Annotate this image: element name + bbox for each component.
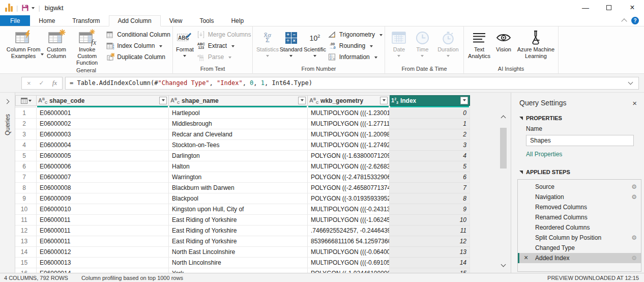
applied-step-navigation[interactable]: Navigation⚙ — [518, 192, 641, 202]
text-type-icon[interactable]: ABC — [38, 97, 47, 104]
fx-icon[interactable]: fx — [52, 79, 57, 87]
cell-wkb-geometry[interactable]: MULTIPOLYGON (((-1.23001416440497 54.625… — [308, 108, 390, 119]
cell-shape-code[interactable]: E06000008 — [37, 183, 169, 193]
column-header-shape-name[interactable]: ABC shape_name — [169, 95, 308, 106]
minimize-button[interactable]: — — [574, 0, 597, 15]
filter-dropdown-button[interactable] — [380, 97, 388, 104]
gear-icon[interactable]: ⚙ — [631, 234, 637, 241]
cell-wkb-geometry[interactable]: POLYGON ((-1.63800071209267 54.617204342… — [308, 151, 390, 161]
applied-step-removed-columns[interactable]: Removed Columns — [518, 202, 641, 212]
applied-step-source[interactable]: Source⚙ — [518, 182, 641, 192]
index-column-button[interactable]: 123 Index Column — [106, 40, 170, 51]
gear-icon[interactable]: ⚙ — [631, 183, 637, 190]
cell-shape-name[interactable]: Warrington — [169, 172, 308, 183]
filter-dropdown-button[interactable] — [460, 97, 468, 104]
time-button[interactable]: Time — [412, 29, 433, 58]
formula-input[interactable]: = Table.AddIndexColumn(#"Changed Type", … — [65, 77, 639, 90]
delete-step-icon[interactable]: × — [524, 253, 528, 262]
cell-shape-name[interactable]: Halton — [169, 161, 308, 172]
information-button[interactable]: 13+ Information — [328, 51, 383, 63]
row-number[interactable]: 13 — [15, 236, 37, 247]
expand-formula-icon[interactable] — [628, 80, 633, 85]
tab-home[interactable]: Home — [30, 15, 64, 26]
date-button[interactable]: Date — [388, 29, 410, 58]
cell-shape-name[interactable]: Kingston upon Hull, City of — [169, 204, 308, 215]
tab-add-column[interactable]: Add Column — [109, 15, 161, 26]
quick-access-dropdown-icon[interactable] — [32, 7, 35, 11]
cell-shape-name[interactable]: East Riding of Yorkshire — [169, 225, 308, 236]
scientific-button[interactable]: 102 Scientific — [303, 29, 327, 58]
applied-step-split-column-by-position[interactable]: Split Column by Position⚙ — [518, 233, 641, 243]
cell-shape-code[interactable]: E06000011 — [37, 225, 169, 236]
row-number[interactable]: 6 — [15, 161, 37, 172]
cell-shape-name[interactable]: Blackpool — [169, 193, 308, 204]
cell-wkb-geometry[interactable]: POLYGON ((-3.01935933952051 53.838942005… — [308, 193, 390, 204]
close-panel-icon[interactable]: × — [632, 99, 637, 107]
profiling-status[interactable]: Column profiling based on top 1000 rows — [81, 275, 183, 281]
cell-shape-code[interactable]: E06000010 — [37, 204, 169, 215]
cell-wkb-geometry[interactable]: MULTIPOLYGON (((-0.691053472832698 53.67… — [308, 258, 390, 268]
cell-wkb-geometry[interactable]: MULTIPOLYGON (((-0.064009303398119 53.58… — [308, 247, 390, 258]
conditional-column-button[interactable]: Conditional Column — [106, 29, 170, 40]
collapse-ribbon-icon[interactable] — [621, 18, 627, 24]
close-button[interactable]: × — [621, 0, 644, 15]
cell-shape-code[interactable]: E06000006 — [37, 161, 169, 172]
tab-help[interactable]: Help — [222, 15, 252, 26]
cell-wkb-geometry[interactable]: POLYGON ((-2.46580771374763 53.780813407… — [308, 183, 390, 193]
cell-index[interactable]: 9 — [390, 204, 470, 215]
row-number[interactable]: 4 — [15, 140, 37, 151]
text-type-icon[interactable]: ABC — [309, 97, 318, 104]
column-header-shape-code[interactable]: ABC shape_code — [37, 95, 169, 106]
cell-wkb-geometry[interactable]: MULTIPOLYGON (((-2.6268351815851 53.3546… — [308, 161, 390, 172]
cell-index[interactable]: 6 — [390, 172, 470, 183]
cell-shape-name[interactable]: North Lincolnshire — [169, 258, 308, 268]
cell-shape-code[interactable]: E06000013 — [37, 258, 169, 268]
cell-index[interactable]: 15 — [390, 268, 470, 273]
cell-shape-code[interactable]: E06000002 — [37, 119, 169, 129]
cell-index[interactable]: 7 — [390, 183, 470, 193]
save-icon[interactable] — [21, 4, 29, 12]
row-number[interactable]: 15 — [15, 258, 37, 268]
cell-shape-name[interactable]: Hartlepool — [169, 108, 308, 119]
cell-shape-code[interactable]: E06000005 — [37, 151, 169, 161]
cell-shape-name[interactable]: North East Lincolnshire — [169, 247, 308, 258]
tab-transform[interactable]: Transform — [64, 15, 108, 26]
help-icon[interactable]: ? — [631, 17, 639, 24]
row-number[interactable]: 14 — [15, 247, 37, 258]
extract-button[interactable]: ABC123 Extract — [197, 40, 251, 51]
cell-shape-name[interactable]: East Riding of Yorkshire — [169, 215, 308, 225]
cell-index[interactable]: 2 — [390, 129, 470, 140]
cell-shape-code[interactable]: E06000004 — [37, 140, 169, 151]
invoke-custom-function-button[interactable]: fx Invoke Custom Function — [69, 29, 105, 66]
column-from-examples-button[interactable]: Column From Examples — [3, 29, 44, 56]
gear-icon[interactable]: ⚙ — [631, 193, 637, 201]
duration-button[interactable]: Duration — [435, 29, 461, 58]
applied-step-renamed-columns[interactable]: Renamed Columns — [518, 212, 641, 222]
cell-index[interactable]: 10 — [390, 215, 470, 225]
cell-shape-name[interactable]: Blackburn with Darwen — [169, 183, 308, 193]
standard-button[interactable]: +−÷× Standard — [279, 29, 303, 58]
cell-index[interactable]: 1 — [390, 119, 470, 129]
row-number[interactable]: 10 — [15, 204, 37, 215]
filter-dropdown-button[interactable] — [298, 97, 306, 104]
cell-shape-code[interactable]: E06000011 — [37, 236, 169, 247]
text-analytics-button[interactable]: Text Analytics — [467, 29, 491, 60]
cell-shape-name[interactable]: Darlington — [169, 151, 308, 161]
cell-index[interactable]: 4 — [390, 151, 470, 161]
cell-index[interactable]: 5 — [390, 161, 470, 172]
cell-shape-code[interactable]: E06000001 — [37, 108, 169, 119]
column-header-index[interactable]: 123 Index — [390, 95, 470, 106]
vertical-scrollbar[interactable] — [499, 114, 508, 268]
scroll-up-icon[interactable] — [502, 114, 505, 121]
cell-wkb-geometry[interactable]: POLYGON ((-2.47815332906477 53.443417489… — [308, 172, 390, 183]
cell-shape-code[interactable]: E06000012 — [37, 247, 169, 258]
query-name-input[interactable]: Shapes — [526, 135, 634, 146]
cell-index[interactable]: 11 — [390, 225, 470, 236]
statistics-button[interactable]: X̄σΣ Statistics — [256, 29, 279, 58]
text-type-icon[interactable]: ABC — [170, 97, 180, 104]
cell-wkb-geometry[interactable]: MULTIPOLYGON (((-1.20098059443321 54.577… — [308, 129, 390, 140]
applied-step-changed-type[interactable]: Changed Type — [518, 243, 641, 253]
duplicate-column-button[interactable]: Duplicate Column — [106, 51, 170, 63]
cell-wkb-geometry[interactable]: POLYGON ((-1.02446100000363 54.052935603… — [308, 268, 390, 273]
row-number[interactable]: 9 — [15, 193, 37, 204]
